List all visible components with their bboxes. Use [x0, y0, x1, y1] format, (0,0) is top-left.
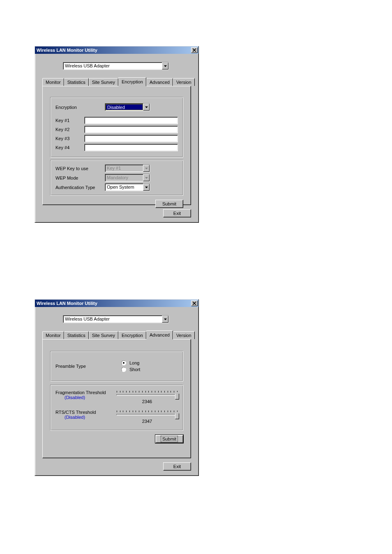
- lan-utility-window-encryption: Wireless LAN Monitor Utility Wireless US…: [35, 46, 199, 223]
- adapter-row: Wireless USB Adapter: [63, 62, 195, 70]
- tab-monitor[interactable]: Monitor: [42, 78, 64, 86]
- key3-label: Key #3: [55, 136, 84, 141]
- tab-site-survey[interactable]: Site Survey: [89, 331, 118, 339]
- close-icon: [193, 48, 196, 52]
- preamble-label: Preamble Type: [55, 364, 121, 369]
- adapter-row: Wireless USB Adapter: [63, 315, 195, 323]
- adapter-combo[interactable]: Wireless USB Adapter: [63, 315, 169, 323]
- chevron-down-icon[interactable]: [143, 184, 150, 191]
- submit-button[interactable]: Submit: [155, 435, 183, 443]
- key1-label: Key #1: [55, 118, 84, 123]
- encryption-label: Encryption: [55, 105, 105, 110]
- tab-statistics[interactable]: Statistics: [64, 78, 89, 86]
- tabpage-advanced: Preamble Type Long Short: [42, 339, 191, 458]
- encryption-value: Disabled: [106, 104, 143, 110]
- key1-input[interactable]: [84, 117, 178, 124]
- close-button[interactable]: [191, 47, 198, 53]
- frag-label: Fragmentation Threshold: [55, 390, 116, 395]
- window-body: Wireless USB Adapter Monitor Statistics …: [35, 54, 198, 222]
- chevron-down-icon[interactable]: [162, 316, 168, 323]
- preamble-group: Preamble Type Long Short: [50, 351, 183, 381]
- tabstrip: Monitor Statistics Site Survey Encryptio…: [42, 77, 195, 86]
- tab-site-survey[interactable]: Site Survey: [89, 78, 118, 86]
- window-title: Wireless LAN Monitor Utility: [37, 48, 97, 53]
- tab-advanced[interactable]: Advanced: [146, 330, 173, 339]
- auth-type-label: Authentication Type: [55, 185, 105, 190]
- encryption-group: Encryption Disabled Key #1 Key #2 Key #3…: [50, 97, 183, 157]
- frag-note: (Disabled): [55, 395, 116, 400]
- wep-mode-value: Mandatory: [105, 174, 143, 181]
- tab-advanced[interactable]: Advanced: [146, 78, 173, 86]
- radio-long-label: Long: [129, 360, 139, 365]
- rts-slider[interactable]: 2347: [116, 410, 178, 424]
- key3-input[interactable]: [84, 135, 178, 142]
- frag-slider[interactable]: 2346: [116, 390, 178, 404]
- close-icon: [193, 302, 196, 305]
- tab-encryption[interactable]: Encryption: [118, 77, 146, 86]
- radio-icon: [121, 367, 126, 372]
- tab-version[interactable]: Version: [173, 78, 195, 86]
- window-body: Wireless USB Adapter Monitor Statistics …: [35, 307, 198, 476]
- auth-type-value: Open System: [105, 184, 143, 191]
- rts-label: RTS/CTS Threshold: [55, 410, 116, 415]
- wep-key-label: WEP Key to use: [55, 166, 105, 171]
- lan-utility-window-advanced: Wireless LAN Monitor Utility Wireless US…: [35, 299, 199, 476]
- key2-label: Key #2: [55, 127, 84, 132]
- tab-monitor[interactable]: Monitor: [42, 331, 64, 339]
- wep-mode-label: WEP Mode: [55, 175, 105, 180]
- titlebar[interactable]: Wireless LAN Monitor Utility: [35, 300, 198, 307]
- tab-version[interactable]: Version: [173, 331, 195, 339]
- key2-input[interactable]: [84, 126, 178, 133]
- chevron-down-icon: [143, 174, 150, 181]
- key4-input[interactable]: [84, 144, 178, 151]
- tabpage-encryption: Encryption Disabled Key #1 Key #2 Key #3…: [42, 86, 191, 205]
- chevron-down-icon: [143, 165, 150, 172]
- adapter-combo[interactable]: Wireless USB Adapter: [63, 62, 169, 70]
- chevron-down-icon[interactable]: [162, 62, 168, 69]
- tab-encryption[interactable]: Encryption: [118, 331, 146, 339]
- close-button[interactable]: [191, 300, 198, 306]
- submit-button[interactable]: Submit: [155, 200, 183, 208]
- window-title: Wireless LAN Monitor Utility: [37, 301, 97, 306]
- rts-note: (Disabled): [55, 415, 116, 420]
- tabstrip: Monitor Statistics Site Survey Encryptio…: [42, 330, 195, 339]
- wep-group: WEP Key to use Key #1 WEP Mode Mandatory…: [50, 160, 183, 196]
- titlebar[interactable]: Wireless LAN Monitor Utility: [35, 46, 198, 54]
- exit-button[interactable]: Exit: [163, 209, 191, 217]
- auth-type-combo[interactable]: Open System: [105, 183, 150, 191]
- rts-value: 2347: [116, 419, 178, 424]
- radio-long[interactable]: Long: [121, 360, 140, 365]
- key4-label: Key #4: [55, 145, 84, 150]
- radio-short[interactable]: Short: [121, 367, 140, 372]
- encryption-combo[interactable]: Disabled: [105, 103, 150, 111]
- exit-button[interactable]: Exit: [163, 462, 191, 471]
- wep-mode-combo: Mandatory: [105, 174, 150, 182]
- tab-statistics[interactable]: Statistics: [64, 331, 89, 339]
- radio-short-label: Short: [129, 367, 140, 372]
- wep-key-value: Key #1: [105, 165, 143, 172]
- frag-value: 2346: [116, 399, 178, 404]
- thresholds-group: Fragmentation Threshold (Disabled) 2346 …: [50, 385, 183, 431]
- wep-key-combo: Key #1: [105, 164, 150, 172]
- radio-icon: [121, 360, 126, 365]
- adapter-value: Wireless USB Adapter: [63, 316, 162, 323]
- adapter-value: Wireless USB Adapter: [63, 62, 162, 69]
- chevron-down-icon[interactable]: [143, 104, 150, 111]
